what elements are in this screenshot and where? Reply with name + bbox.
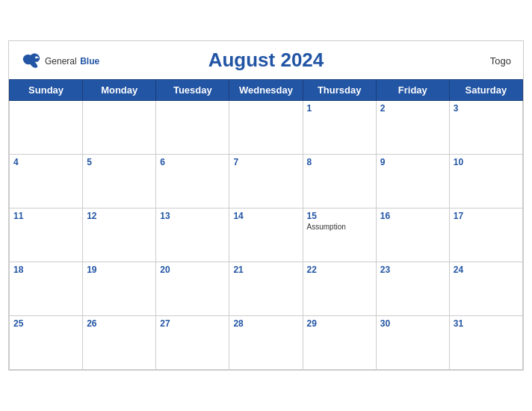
calendar-cell (10, 101, 83, 155)
calendar-header: General Blue August 2024 Togo (9, 41, 523, 79)
calendar-cell: 20 (156, 262, 229, 316)
calendar-cell: 10 (449, 155, 522, 208)
day-number: 16 (380, 211, 445, 221)
calendar-cell: 25 (10, 316, 83, 370)
calendar-cell: 1 (303, 101, 376, 155)
calendar-cell: 30 (376, 316, 449, 370)
calendar-week-row-5: 25262728293031 (10, 316, 523, 370)
calendar-week-row-3: 1112131415Assumption1617 (10, 208, 523, 262)
calendar-cell: 23 (376, 262, 449, 316)
calendar-cell (83, 101, 156, 155)
day-number: 3 (454, 103, 519, 114)
calendar-cell: 12 (83, 208, 156, 262)
day-number: 27 (160, 318, 225, 329)
day-number: 8 (307, 157, 372, 167)
day-number: 18 (13, 265, 78, 275)
calendar-cell: 19 (83, 262, 156, 316)
day-number: 11 (13, 211, 78, 221)
header-monday: Monday (83, 80, 156, 101)
calendar-cell: 2 (376, 101, 449, 155)
calendar-cell: 5 (83, 155, 156, 208)
calendar-cell: 28 (229, 316, 303, 370)
header-wednesday: Wednesday (229, 80, 303, 101)
day-number: 5 (87, 157, 152, 167)
calendar-cell: 14 (229, 208, 303, 262)
day-number: 30 (380, 318, 445, 329)
header-thursday: Thursday (303, 80, 376, 101)
day-number: 14 (233, 211, 298, 221)
calendar-cell: 17 (449, 208, 522, 262)
day-number: 6 (160, 157, 225, 167)
day-number: 26 (87, 318, 152, 329)
country-label: Togo (490, 55, 511, 66)
header-saturday: Saturday (449, 80, 522, 101)
calendar-week-row-2: 45678910 (10, 155, 523, 208)
day-number: 29 (307, 318, 372, 329)
day-number: 15 (307, 211, 372, 221)
logo-text: General Blue (45, 54, 99, 67)
header-sunday: Sunday (10, 80, 83, 101)
logo-blue: Blue (80, 56, 99, 67)
event-label: Assumption (307, 223, 372, 231)
calendar-cell: 29 (303, 316, 376, 370)
day-number: 23 (380, 265, 445, 275)
day-number: 25 (13, 318, 78, 329)
day-number: 31 (454, 318, 519, 329)
calendar-cell: 21 (229, 262, 303, 316)
calendar-cell: 18 (10, 262, 83, 316)
calendar-cell (156, 101, 229, 155)
day-number: 1 (307, 103, 372, 114)
day-number: 9 (380, 157, 445, 167)
day-number: 21 (233, 265, 298, 275)
header-friday: Friday (376, 80, 449, 101)
day-number: 12 (87, 211, 152, 221)
calendar-grid: Sunday Monday Tuesday Wednesday Thursday… (9, 79, 523, 370)
calendar-cell: 22 (303, 262, 376, 316)
calendar-cell: 7 (229, 155, 303, 208)
calendar-week-row-4: 18192021222324 (10, 262, 523, 316)
day-number: 22 (307, 265, 372, 275)
day-number: 19 (87, 265, 152, 275)
calendar-cell: 3 (449, 101, 522, 155)
day-number: 20 (160, 265, 225, 275)
day-number: 7 (233, 157, 298, 167)
weekday-header-row: Sunday Monday Tuesday Wednesday Thursday… (10, 80, 523, 101)
logo-bird-icon (21, 52, 42, 69)
calendar-title: August 2024 (208, 49, 324, 72)
calendar-cell: 6 (156, 155, 229, 208)
day-number: 28 (233, 318, 298, 329)
calendar-cell: 4 (10, 155, 83, 208)
calendar-cell: 9 (376, 155, 449, 208)
calendar-cell: 27 (156, 316, 229, 370)
logo-general: General (45, 56, 77, 67)
calendar-cell: 31 (449, 316, 522, 370)
day-number: 13 (160, 211, 225, 221)
day-number: 17 (454, 211, 519, 221)
calendar-cell: 26 (83, 316, 156, 370)
calendar-cell: 11 (10, 208, 83, 262)
day-number: 10 (454, 157, 519, 167)
calendar-cell: 24 (449, 262, 522, 316)
logo-area: General Blue (21, 52, 99, 69)
calendar-cell: 13 (156, 208, 229, 262)
calendar-cell: 16 (376, 208, 449, 262)
calendar-cell: 8 (303, 155, 376, 208)
calendar-week-row-1: 123 (10, 101, 523, 155)
calendar-container: General Blue August 2024 Togo Sunday Mon… (8, 40, 524, 371)
day-number: 24 (454, 265, 519, 275)
calendar-body: 123456789101112131415Assumption161718192… (10, 101, 523, 370)
header-tuesday: Tuesday (156, 80, 229, 101)
calendar-cell (229, 101, 303, 155)
day-number: 4 (13, 157, 78, 167)
calendar-cell: 15Assumption (303, 208, 376, 262)
day-number: 2 (380, 103, 445, 114)
